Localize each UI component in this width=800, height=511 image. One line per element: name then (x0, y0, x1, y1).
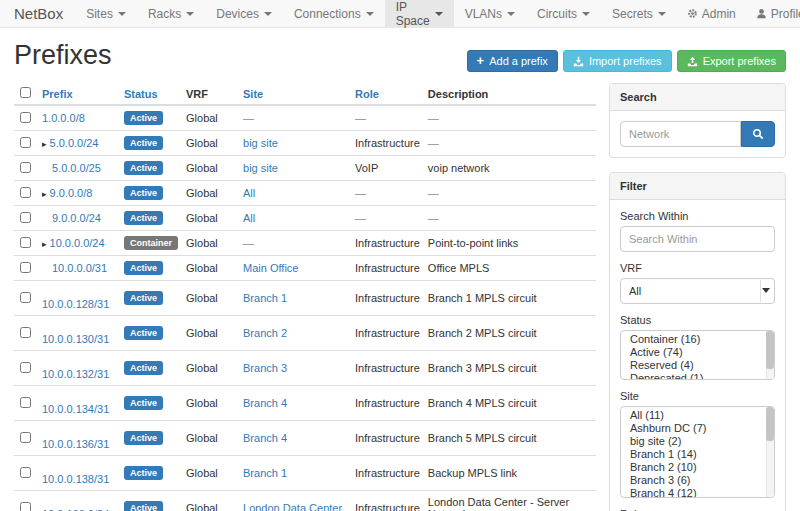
site-link[interactable]: All (243, 187, 255, 199)
site-link[interactable]: Branch 2 (243, 327, 287, 339)
sidebar: Search Filter Search Withi (609, 83, 786, 511)
select-all-checkbox[interactable] (20, 87, 31, 98)
scrollbar-thumb[interactable] (766, 407, 774, 441)
status-badge: Active (124, 291, 163, 305)
listbox-option[interactable]: Ashburn DC (7) (621, 422, 774, 435)
prefix-link[interactable]: 9.0.0.0/8 (50, 187, 93, 199)
row-checkbox[interactable] (20, 212, 31, 223)
prefix-link[interactable]: 9.0.0.0/24 (52, 212, 101, 224)
row-checkbox[interactable] (20, 137, 31, 148)
prefix-link[interactable]: 5.0.0.0/24 (50, 137, 99, 149)
site-link[interactable]: London Data Center (243, 502, 342, 511)
brand[interactable]: NetBox (0, 0, 75, 27)
table-row: 10.0.0.136/31 Active Global Branch 4 Inf… (14, 421, 596, 456)
prefix-link[interactable]: 5.0.0.0/25 (52, 162, 101, 174)
prefix-link[interactable]: 10.0.0.0/31 (52, 262, 107, 274)
table-row: 10.0.0.138/31 Active Global Branch 1 Inf… (14, 456, 596, 491)
add-prefix-button[interactable]: + Add a prefix (467, 50, 558, 72)
column-header-status: Status (120, 83, 182, 105)
row-checkbox[interactable] (20, 262, 31, 273)
nav-item-circuits[interactable]: Circuits (526, 0, 601, 27)
filter-listbox-status[interactable]: Container (16)Active (74)Reserved (4)Dep… (620, 330, 775, 380)
listbox-option[interactable]: Container (16) (621, 333, 774, 346)
listbox-option[interactable]: Branch 2 (10) (621, 461, 774, 474)
filter-listbox-site[interactable]: All (11)Ashburn DC (7)big site (2)Branch… (620, 406, 775, 498)
row-checkbox[interactable] (20, 187, 31, 198)
search-button[interactable] (741, 121, 775, 147)
table-row: 10.0.0.134/31 Active Global Branch 4 Inf… (14, 386, 596, 421)
nav-item-secrets[interactable]: Secrets (601, 0, 677, 27)
filter-select-vrf[interactable]: All (620, 278, 775, 304)
chevron-down-icon (582, 12, 590, 16)
description-value: Point-to-point links (424, 231, 596, 256)
row-checkbox[interactable] (20, 162, 31, 173)
listbox-option[interactable]: All (11) (621, 409, 774, 422)
nav-item-sites[interactable]: Sites (75, 0, 137, 27)
nav-item-devices[interactable]: Devices (205, 0, 283, 27)
description-value: — (424, 181, 596, 206)
table-row: 10.0.0.0/31 Active Global Main Office In… (14, 256, 596, 281)
prefix-link[interactable]: 1.0.0.0/8 (42, 112, 85, 124)
role-value: Infrastructure (351, 456, 424, 491)
export-prefixes-button[interactable]: Export prefixes (677, 50, 786, 72)
prefix-link[interactable]: 10.0.0.0/24 (50, 237, 105, 249)
prefix-link[interactable]: 10.0.0.136/31 (42, 438, 109, 450)
site-link[interactable]: big site (243, 162, 278, 174)
site-link[interactable]: Branch 4 (243, 397, 287, 409)
scrollbar-thumb[interactable] (766, 331, 774, 369)
listbox-option[interactable]: Deprecated (1) (621, 372, 774, 380)
search-input[interactable] (620, 121, 741, 147)
prefix-link[interactable]: 10.0.0.130/31 (42, 333, 109, 345)
site-link[interactable]: Branch 1 (243, 467, 287, 479)
admin-link[interactable]: Admin (677, 7, 746, 21)
nav-item-racks[interactable]: Racks (137, 0, 205, 27)
listbox-option[interactable]: Branch 3 (6) (621, 474, 774, 487)
row-checkbox[interactable] (20, 397, 31, 408)
prefixes-table: Prefix Status VRF Site Role Description … (14, 83, 596, 511)
row-checkbox[interactable] (20, 432, 31, 443)
site-link[interactable]: Branch 3 (243, 362, 287, 374)
search-panel-title: Search (610, 84, 785, 111)
listbox-option[interactable]: Branch 4 (12) (621, 487, 774, 498)
column-header-vrf: VRF (182, 83, 239, 105)
site-link[interactable]: Branch 1 (243, 292, 287, 304)
row-checkbox[interactable] (20, 237, 31, 248)
site-link[interactable]: Main Office (243, 262, 298, 274)
listbox-option[interactable]: Active (74) (621, 346, 774, 359)
listbox-option[interactable]: Reserved (4) (621, 359, 774, 372)
chevron-down-icon (118, 12, 126, 16)
site-link[interactable]: Branch 4 (243, 432, 287, 444)
row-checkbox[interactable] (20, 292, 31, 303)
site-link[interactable]: All (243, 212, 255, 224)
prefix-link[interactable]: 10.0.0.138/31 (42, 473, 109, 485)
filter-label-status: Status (620, 314, 775, 326)
import-prefixes-button[interactable]: Import prefixes (563, 50, 672, 72)
filter-label-search-within: Search Within (620, 210, 775, 222)
chevron-down-icon (658, 12, 666, 16)
row-checkbox[interactable] (20, 327, 31, 338)
description-value: Branch 5 MPLS circuit (424, 421, 596, 456)
prefix-link[interactable]: 10.0.0.134/31 (42, 403, 109, 415)
chevron-down-icon (507, 12, 515, 16)
caret-right-icon: ▸ (42, 189, 47, 199)
listbox-option[interactable]: Branch 1 (14) (621, 448, 774, 461)
empty-dash: — (428, 212, 439, 224)
vrf-value: Global (182, 386, 239, 421)
prefix-link[interactable]: 10.0.0.132/31 (42, 368, 109, 380)
nav-item-ip-space[interactable]: IP Space (385, 0, 454, 27)
row-checkbox[interactable] (20, 467, 31, 478)
vrf-value: Global (182, 156, 239, 181)
chevron-down-icon (366, 12, 374, 16)
profile-link[interactable]: Profile (746, 7, 800, 21)
listbox-option[interactable]: big site (2) (621, 435, 774, 448)
prefix-link[interactable]: 10.0.0.128/31 (42, 298, 109, 310)
nav-item-vlans[interactable]: VLANs (454, 0, 526, 27)
row-checkbox[interactable] (20, 502, 31, 511)
site-link[interactable]: big site (243, 137, 278, 149)
description-value: Backup MPLS link (424, 456, 596, 491)
row-checkbox[interactable] (20, 112, 31, 123)
nav-item-connections[interactable]: Connections (283, 0, 385, 27)
filter-input-search-within[interactable] (620, 226, 775, 252)
row-checkbox[interactable] (20, 362, 31, 373)
table-row: 10.0.100.0/24 Active Global London Data … (14, 491, 596, 511)
